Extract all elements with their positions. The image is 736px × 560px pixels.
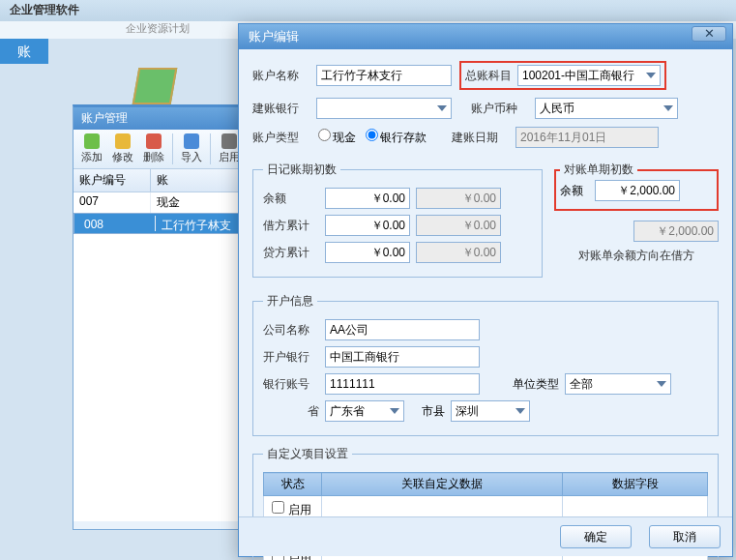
open-info-group: 开户信息 公司名称 开户银行 银行账号 单位类型 全部 省 广东省 市县 深圳 (252, 293, 719, 436)
add-button[interactable]: 添加 (77, 133, 106, 164)
unit-type-select[interactable]: 全部 (565, 373, 671, 395)
credit-input[interactable] (325, 242, 410, 263)
date-input (515, 127, 659, 148)
dialog-title-bar: 账户编辑 ✕ (239, 24, 732, 49)
province-label: 省 (263, 403, 319, 420)
deposit-radio-label[interactable]: 银行存款 (364, 129, 427, 146)
open-bank-label: 开户银行 (263, 349, 319, 366)
bank-no-input[interactable] (325, 373, 480, 395)
app-title: 企业管理软件 (10, 3, 79, 16)
debit-input[interactable] (325, 215, 410, 236)
city-select[interactable]: 深圳 (451, 400, 530, 422)
ok-button[interactable]: 确定 (560, 525, 632, 548)
bank-select[interactable] (316, 98, 452, 119)
currency-label: 账户币种 (471, 101, 527, 117)
bank-label: 建账银行 (252, 101, 309, 117)
currency-select[interactable]: 人民币 (535, 98, 678, 119)
open-bank-input[interactable] (325, 346, 480, 368)
balance-label: 余额 (263, 191, 319, 207)
journal-init-group: 日记账期初数 余额 借方累计 贷方累计 (252, 162, 543, 278)
cash-radio-label[interactable]: 现金 (316, 129, 356, 146)
gl-select[interactable]: 100201-中国工商银行 (517, 65, 661, 86)
date-label: 建账日期 (452, 130, 508, 146)
cancel-button[interactable]: 取消 (649, 525, 721, 548)
recon-init-group: 对账单期初数 余额 (554, 162, 719, 211)
account-edit-dialog: 账户编辑 ✕ 账户名称 总账科目 100201-中国工商银行 建账银行 账户币种… (238, 23, 733, 557)
company-label: 公司名称 (263, 322, 319, 339)
separator (210, 133, 211, 164)
credit-ro (416, 242, 501, 263)
recon-balance-input[interactable] (595, 180, 680, 201)
recon-balance-label: 余额 (560, 183, 589, 199)
acct-name-input[interactable] (316, 65, 452, 86)
gl-label: 总账科目 (465, 68, 512, 84)
dialog-title: 账户编辑 (249, 29, 299, 44)
journal-init-legend: 日记账期初数 (263, 162, 340, 178)
plus-icon (84, 133, 100, 149)
province-select[interactable]: 广东省 (325, 400, 404, 422)
bank-no-label: 银行账号 (263, 376, 319, 393)
journal-balance-input[interactable] (325, 188, 410, 209)
custom-legend: 自定义项目设置 (263, 446, 352, 462)
app-title-bar: 企业管理软件 (0, 0, 736, 21)
open-info-legend: 开户信息 (263, 293, 317, 309)
sidebar-tab-accounts[interactable]: 账 (0, 39, 48, 64)
import-button[interactable]: 导入 (177, 133, 206, 164)
col-field: 数据字段 (563, 473, 708, 496)
close-button[interactable]: ✕ (692, 26, 726, 42)
debit-label: 借方累计 (263, 218, 319, 234)
book-icon (132, 68, 178, 104)
app-subtitle: 企业资源计划 (126, 22, 190, 34)
col-rel: 关联自定义数据 (322, 473, 563, 496)
grid-col-num[interactable]: 账户编号 (74, 169, 151, 192)
delete-button[interactable]: 删除 (139, 133, 168, 164)
recon-note: 对账单余额方向在借方 (554, 248, 719, 264)
import-icon (184, 133, 199, 149)
edit-button[interactable]: 修改 (108, 133, 137, 164)
separator (172, 133, 173, 164)
enable-icon (221, 133, 237, 149)
trash-icon (146, 133, 162, 149)
col-status: 状态 (264, 473, 322, 496)
recon-init-legend: 对账单期初数 (560, 162, 637, 178)
debit-ro (416, 215, 501, 236)
deposit-radio[interactable] (366, 129, 378, 141)
dialog-footer: 确定 取消 (239, 516, 732, 556)
enable-checkbox[interactable] (272, 501, 284, 514)
pencil-icon (115, 133, 131, 149)
acct-type-label: 账户类型 (252, 130, 309, 146)
company-input[interactable] (325, 319, 480, 340)
credit-label: 贷方累计 (263, 245, 319, 261)
city-label: 市县 (422, 403, 445, 420)
unit-type-label: 单位类型 (513, 376, 559, 393)
recon-balance-ro (633, 221, 719, 242)
journal-balance-ro (416, 188, 501, 209)
acct-name-label: 账户名称 (252, 68, 309, 84)
cash-radio[interactable] (318, 129, 331, 141)
